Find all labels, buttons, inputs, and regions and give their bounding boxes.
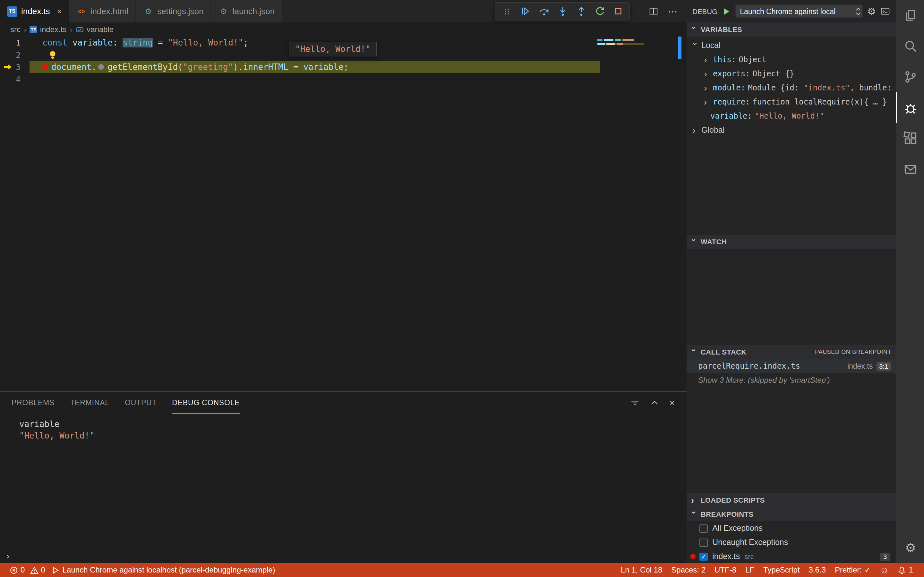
- debug-title: DEBUG: [692, 7, 717, 15]
- split-editor-icon[interactable]: [649, 6, 658, 16]
- loaded-scripts-section-header[interactable]: › LOADED SCRIPTS: [687, 493, 896, 507]
- check-icon: ✓: [864, 566, 871, 574]
- code-editor[interactable]: 1 const variable: string = "Hello, World…: [0, 37, 687, 391]
- code-token: =: [288, 62, 304, 72]
- encoding[interactable]: UTF-8: [710, 566, 741, 574]
- checkbox[interactable]: [699, 524, 708, 532]
- inline-breakpoint-candidate-icon[interactable]: [99, 64, 104, 70]
- chevron-down-icon: ›: [691, 239, 698, 245]
- tab-debug-console[interactable]: DEBUG CONSOLE: [172, 392, 240, 414]
- breakpoint-row-uncaught-exceptions[interactable]: Uncaught Exceptions: [687, 535, 896, 550]
- typescript-version[interactable]: 3.6.3: [804, 566, 830, 574]
- code-line-stopped[interactable]: 3 document.getElementById("greeting").in…: [0, 61, 687, 73]
- console-line: "Hello, World!": [19, 430, 687, 442]
- tab-index-html[interactable]: <> index.html: [69, 0, 136, 23]
- variable-row[interactable]: › this: Object: [687, 53, 896, 67]
- problems-status[interactable]: 0 0: [6, 563, 48, 577]
- chevron-up-icon[interactable]: [650, 398, 659, 407]
- tab-terminal[interactable]: TERMINAL: [70, 392, 110, 414]
- tab-problems[interactable]: PROBLEMS: [11, 392, 55, 414]
- variable-symbol-icon: [76, 25, 84, 34]
- breakpoints-section-header[interactable]: › BREAKPOINTS: [687, 507, 896, 521]
- tab-output[interactable]: OUTPUT: [125, 392, 157, 414]
- expand-chevron-icon[interactable]: ›: [6, 551, 9, 561]
- call-stack-frame-row[interactable]: parcelRequire.index.ts index.ts 3:1: [687, 359, 896, 373]
- cursor-position[interactable]: Ln 1, Col 18: [616, 566, 667, 574]
- variable-row[interactable]: variable: "Hello, World!": [687, 109, 896, 123]
- feedback-smiley-icon[interactable]: ☺: [875, 565, 893, 575]
- code-token: :: [113, 38, 123, 47]
- status-bar: 0 0 Launch Chrome against localhost (par…: [0, 563, 924, 577]
- variable-row[interactable]: › exports: Object {}: [687, 67, 896, 81]
- breadcrumb-src[interactable]: src: [10, 25, 21, 34]
- inline-breakpoint-icon[interactable]: [42, 64, 48, 70]
- watch-section-header[interactable]: › WATCH: [687, 235, 896, 249]
- gripper-icon[interactable]: [497, 3, 516, 19]
- html-file-icon: <>: [76, 6, 87, 16]
- step-into-icon[interactable]: [553, 3, 572, 19]
- variable-name: variable:: [710, 111, 752, 121]
- breakpoint-row-all-exceptions[interactable]: All Exceptions: [687, 521, 896, 535]
- debug-hover-tooltip: "Hello, World!": [289, 42, 377, 56]
- extensions-icon[interactable]: [896, 123, 924, 154]
- scope-local-row[interactable]: › Local: [687, 39, 896, 53]
- close-icon[interactable]: ×: [57, 7, 61, 16]
- debug-sidebar-header: DEBUG Launch Chrome against local ⚙: [687, 0, 896, 23]
- debug-console-icon[interactable]: [880, 6, 890, 16]
- search-icon[interactable]: [896, 31, 924, 61]
- variable-value: Object {}: [753, 69, 795, 78]
- tab-bar: TS index.ts × <> index.html ⚙ settings.j…: [0, 0, 687, 23]
- explorer-icon[interactable]: [896, 0, 924, 31]
- minimap[interactable]: [597, 39, 644, 47]
- show-more-frames-link[interactable]: Show 3 More: (skipped by 'smartStep'): [687, 373, 896, 387]
- call-stack-section-header[interactable]: › CALL STACK PAUSED ON BREAKPOINT: [687, 345, 896, 359]
- debug-console-output[interactable]: variable "Hello, World!": [0, 414, 687, 442]
- eol-sequence[interactable]: LF: [741, 566, 759, 574]
- breakpoint-row-index-ts[interactable]: ✓ index.ts src 3: [687, 550, 896, 563]
- typescript-file-icon: TS: [7, 6, 17, 16]
- variable-row[interactable]: › require: function localRequire(x){ … }: [687, 95, 896, 109]
- variable-name: this:: [713, 55, 736, 64]
- code-token: getElementById: [107, 62, 178, 72]
- step-out-icon[interactable]: [572, 3, 590, 19]
- close-icon[interactable]: ×: [670, 398, 675, 408]
- chevron-down-icon: ›: [691, 511, 698, 517]
- prettier-status[interactable]: Prettier: ✓: [830, 566, 875, 574]
- run-and-debug-icon[interactable]: [896, 92, 924, 123]
- tab-launch-json[interactable]: ⚙ launch.json: [212, 0, 283, 23]
- tab-settings-json[interactable]: ⚙ settings.json: [136, 0, 212, 23]
- launch-config-dropdown[interactable]: Launch Chrome against local: [735, 5, 863, 18]
- editor-actions: ⋯: [649, 0, 687, 23]
- notifications-bell[interactable]: 1: [893, 566, 918, 574]
- source-control-icon[interactable]: [896, 61, 924, 92]
- indentation[interactable]: Spaces: 2: [667, 566, 710, 574]
- bell-icon: [898, 566, 906, 574]
- launch-status[interactable]: Launch Chrome against localhost (parcel-…: [48, 563, 278, 577]
- settings-gear-icon[interactable]: ⚙: [896, 532, 924, 563]
- tab-label: index.html: [90, 6, 129, 16]
- checkbox[interactable]: ✓: [699, 552, 708, 561]
- more-actions-icon[interactable]: ⋯: [668, 8, 678, 15]
- code-line[interactable]: 4: [0, 73, 687, 85]
- step-over-icon[interactable]: [535, 3, 553, 19]
- restart-icon[interactable]: [590, 3, 609, 19]
- variable-value: function localRequire(x){ … }: [753, 97, 887, 106]
- variable-row[interactable]: › module: Module {id: "index.ts", bundle…: [687, 81, 896, 95]
- checkbox[interactable]: [699, 538, 708, 546]
- filter-icon[interactable]: [630, 398, 640, 408]
- code-token: (: [178, 62, 183, 72]
- start-debug-icon[interactable]: [722, 7, 731, 16]
- scope-global-row[interactable]: › Global: [687, 123, 896, 137]
- chevron-right-icon: ›: [704, 99, 710, 105]
- language-mode[interactable]: TypeScript: [759, 566, 804, 574]
- breadcrumb-file[interactable]: TS index.ts: [30, 25, 67, 34]
- line-number: 2: [0, 50, 29, 59]
- gear-icon[interactable]: ⚙: [867, 5, 876, 17]
- continue-icon[interactable]: [516, 3, 535, 19]
- mail-icon[interactable]: [896, 154, 924, 185]
- tab-index-ts[interactable]: TS index.ts ×: [0, 0, 69, 23]
- code-token-selected: string: [123, 38, 153, 47]
- stop-icon[interactable]: [609, 3, 628, 19]
- breadcrumb-symbol[interactable]: variable: [76, 25, 113, 34]
- variables-section-header[interactable]: › VARIABLES: [687, 23, 896, 37]
